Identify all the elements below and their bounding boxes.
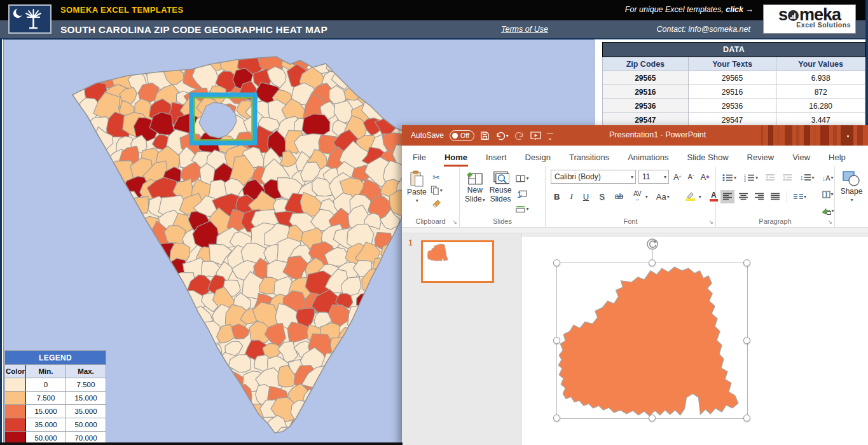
align-text-button[interactable]: ▾ — [822, 188, 834, 201]
resize-handle-nw[interactable] — [553, 259, 560, 266]
quick-access-more-icon[interactable]: —⌄ — [547, 130, 553, 140]
col-zip-codes: Zip Codes — [603, 57, 689, 71]
bullets-icon — [722, 174, 733, 182]
bold-button[interactable]: B — [552, 189, 561, 203]
bullets-button[interactable]: ▾ — [720, 170, 738, 184]
tab-design[interactable]: Design — [525, 153, 551, 167]
shrink-font-button[interactable]: Aˇ — [685, 170, 696, 184]
south-carolina-flag — [8, 4, 52, 34]
resize-handle-sw[interactable] — [553, 414, 560, 421]
tab-transitions[interactable]: Transitions — [568, 153, 610, 167]
increase-indent-button[interactable] — [781, 170, 794, 184]
shapes-group: Shape ▾ — [835, 167, 868, 227]
highlighter-icon — [686, 192, 694, 198]
artifact-stripe — [796, 125, 799, 146]
tab-slide-show[interactable]: Slide Show — [686, 153, 729, 167]
format-painter-icon — [432, 199, 441, 209]
promo-text[interactable]: For unique Excel templates, click → — [625, 5, 754, 14]
table-row: 29565295656.938 — [603, 71, 865, 85]
copy-button[interactable]: ▾ — [431, 184, 443, 197]
grow-font-button[interactable]: A^ — [672, 170, 683, 184]
col-your-texts: Your Texts — [688, 57, 776, 71]
tab-view[interactable]: View — [792, 153, 811, 167]
decrease-indent-button[interactable] — [764, 170, 777, 184]
align-left-button[interactable] — [720, 190, 734, 203]
format-painter-button[interactable] — [431, 197, 443, 210]
slide-layout-button[interactable]: ▾ — [516, 172, 528, 185]
text-direction-button[interactable]: ↓A▾ — [822, 171, 834, 184]
align-right-button[interactable] — [752, 190, 766, 203]
reset-icon — [518, 189, 527, 198]
resize-handle-n[interactable] — [649, 259, 656, 266]
justify-button[interactable] — [768, 190, 782, 203]
someka-tagline: Excel Solutions — [764, 21, 855, 29]
tab-help[interactable]: Help — [828, 153, 846, 167]
change-case-button[interactable]: Aa▾ — [654, 189, 672, 203]
slide-thumbnail-panel: 1 — [402, 233, 521, 445]
rotate-handle-icon[interactable] — [645, 237, 659, 251]
tab-file[interactable]: File — [412, 153, 427, 167]
section-button[interactable]: ▾ — [516, 202, 528, 216]
toggle-knob-icon — [452, 133, 458, 139]
terms-of-use-link[interactable]: Terms of Use — [501, 25, 548, 34]
columns-button[interactable]: ▾ — [792, 189, 808, 203]
legend-row: 15.00035.000 — [5, 405, 106, 418]
text-highlight-button[interactable] — [684, 189, 697, 203]
copied-zip-shape[interactable] — [557, 263, 747, 418]
start-presentation-icon[interactable] — [530, 131, 541, 140]
redo-icon[interactable] — [514, 131, 525, 140]
smartart-icon — [822, 207, 831, 215]
tab-insert[interactable]: Insert — [485, 153, 507, 167]
resize-handle-ne[interactable] — [743, 259, 750, 266]
resize-handle-s[interactable] — [649, 414, 656, 421]
convert-smartart-button[interactable]: ▾ — [822, 204, 834, 217]
reuse-slides-button[interactable]: Reuse Slides — [490, 170, 512, 216]
autosave-toggle[interactable]: Off — [450, 130, 474, 141]
numbering-button[interactable]: 123 ▾ — [742, 170, 760, 184]
strikethrough-button[interactable]: ab — [613, 189, 625, 203]
clipboard-group: Paste▾ ✂ ▾ Clipboard ↘ — [402, 167, 460, 227]
paste-button[interactable]: Paste▾ — [407, 170, 427, 210]
paragraph-group: ▾ 123 ▾ ↕ ▾ — [716, 167, 835, 227]
artifact-stripe — [857, 125, 863, 146]
layout-icon — [516, 175, 525, 182]
italic-button[interactable]: I — [568, 189, 574, 203]
resize-handle-se[interactable] — [743, 414, 750, 421]
font-name-select[interactable]: Calibri (Body)▾ — [551, 170, 636, 184]
frame-edge-left — [0, 38, 2, 445]
save-icon[interactable] — [480, 131, 490, 140]
shapes-button[interactable]: Shape ▾ — [835, 167, 868, 205]
font-size-select[interactable]: 11▾ — [638, 170, 669, 184]
tab-home[interactable]: Home — [444, 153, 468, 167]
legend-col-color: Color — [5, 365, 26, 378]
artifact-stripe — [777, 125, 780, 146]
align-center-button[interactable] — [736, 190, 750, 203]
numbering-icon: 123 — [744, 174, 755, 182]
line-spacing-icon — [804, 174, 811, 181]
new-slide-button[interactable]: New Slide▾ — [465, 170, 485, 216]
resize-handle-w[interactable] — [553, 337, 560, 344]
clipboard-dialog-launcher[interactable]: ↘ — [452, 219, 457, 225]
clear-formatting-button[interactable]: A◆ — [698, 170, 711, 184]
artifact-stripe — [820, 125, 829, 146]
font-dialog-launcher[interactable]: ↘ — [708, 219, 713, 225]
screenshot-root: SOMEKA EXCEL TEMPLATES For unique Excel … — [0, 0, 868, 445]
character-spacing-button[interactable]: AV↔ — [631, 189, 644, 203]
slide-thumbnail[interactable] — [421, 240, 494, 283]
tab-animations[interactable]: Animations — [627, 153, 669, 167]
legend-swatch — [5, 392, 26, 405]
resize-handle-e[interactable] — [743, 337, 750, 344]
reset-slide-button[interactable] — [516, 187, 528, 200]
tab-review[interactable]: Review — [747, 153, 775, 167]
paragraph-dialog-launcher[interactable]: ↘ — [827, 219, 832, 225]
slide-editor[interactable] — [521, 233, 868, 445]
underline-button[interactable]: U — [581, 189, 591, 203]
cut-button[interactable]: ✂ — [431, 170, 443, 184]
powerpoint-titlebar: AutoSave Off ▾ —⌄ Presentation1 - PowerP… — [402, 125, 868, 146]
line-spacing-button[interactable]: ↕ ▾ — [798, 170, 816, 184]
font-group-label: Font — [546, 217, 715, 225]
text-shadow-button[interactable]: S — [597, 189, 607, 203]
thumbnail-shape — [427, 243, 450, 261]
undo-button[interactable]: ▾ — [495, 131, 509, 140]
table-row: 295362953616.280 — [603, 99, 865, 113]
